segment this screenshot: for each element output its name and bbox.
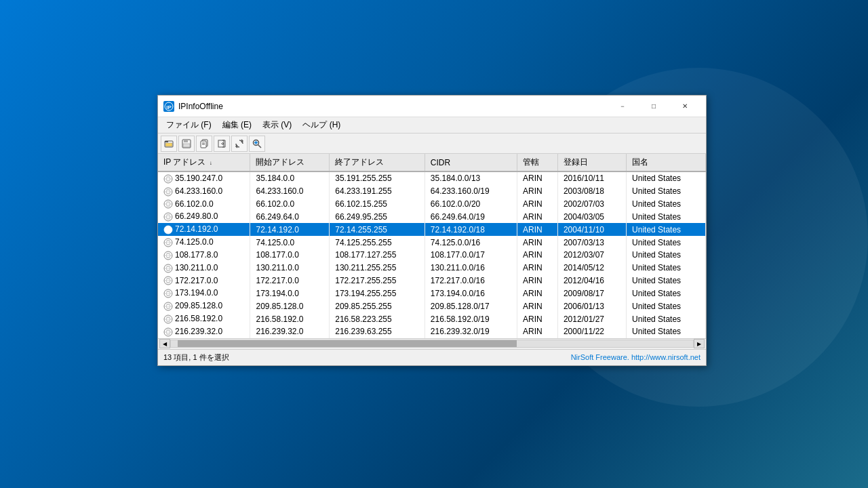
table-row[interactable]: 64.233.160.064.233.160.064.233.191.25564…	[158, 185, 706, 198]
cell-ip: 173.194.0.0	[158, 287, 250, 300]
cell-start: 35.184.0.0	[250, 171, 330, 185]
table-row[interactable]: 35.190.247.035.184.0.035.191.255.25535.1…	[158, 171, 706, 185]
table-row[interactable]: 209.85.128.0209.85.128.0209.85.255.25520…	[158, 300, 706, 312]
scroll-right-button[interactable]: ▶	[694, 339, 705, 348]
toolbar-copy[interactable]	[196, 136, 212, 152]
cell-end: 66.249.95.255	[330, 210, 425, 223]
cell-country: United States	[627, 325, 706, 338]
cell-end: 173.194.255.255	[330, 287, 425, 300]
cell-end: 130.211.255.255	[330, 262, 425, 274]
cell-end: 66.102.15.255	[330, 198, 425, 211]
cell-registered: 2012/01/27	[557, 312, 626, 325]
cell-start: 108.177.0.0	[250, 249, 330, 262]
col-start[interactable]: 開始アドレス	[250, 154, 330, 171]
cell-end: 35.191.255.255	[330, 171, 425, 185]
app-icon: IP	[163, 101, 174, 112]
maximize-button[interactable]: □	[638, 96, 669, 117]
cell-start: 64.233.160.0	[250, 185, 330, 198]
cell-start: 216.239.32.0	[250, 325, 330, 338]
minimize-button[interactable]: －	[607, 96, 638, 117]
table-row[interactable]: 74.125.0.074.125.0.074.125.255.25574.125…	[158, 236, 706, 249]
cell-registered: 2009/08/17	[557, 287, 626, 300]
scrollbar-thumb[interactable]	[178, 340, 517, 347]
table-row[interactable]: 66.249.80.066.249.64.066.249.95.25566.24…	[158, 210, 706, 223]
toolbar-save[interactable]	[178, 136, 195, 152]
cell-start: 130.211.0.0	[250, 262, 330, 274]
window-controls: － □ ✕	[607, 96, 701, 117]
cell-start: 172.217.0.0	[250, 274, 330, 287]
cell-cidr: 172.217.0.0/16	[425, 274, 517, 287]
sort-arrow-ip: ↓	[210, 160, 212, 166]
cell-ip: 172.217.0.0	[158, 274, 250, 287]
table-row[interactable]: 108.177.8.0108.177.0.0108.177.127.255108…	[158, 249, 706, 262]
cell-end: 72.14.255.255	[330, 223, 425, 236]
table-row[interactable]: 173.194.0.0173.194.0.0173.194.255.255173…	[158, 287, 706, 300]
col-cidr[interactable]: CIDR	[425, 154, 517, 171]
cell-ip: 216.239.32.0	[158, 325, 250, 338]
menu-file[interactable]: ファイル (F)	[161, 118, 217, 132]
table-row[interactable]: 216.239.32.0216.239.32.0216.239.63.25521…	[158, 325, 706, 338]
cell-cidr: 173.194.0.0/16	[425, 287, 517, 300]
cell-country: United States	[627, 236, 706, 249]
col-registered[interactable]: 登録日	[557, 154, 626, 171]
cell-country: United States	[627, 185, 706, 198]
col-ip[interactable]: IP アドレス ↓	[158, 154, 250, 171]
horizontal-scrollbar[interactable]: ◀ ▶	[158, 338, 706, 349]
cell-registered: 2012/04/16	[557, 274, 626, 287]
status-bar: 13 項目, 1 件を選択 NirSoft Freeware. http://w…	[158, 349, 706, 365]
toolbar-export[interactable]	[214, 136, 230, 152]
cell-cidr: 66.102.0.0/20	[425, 198, 517, 211]
cell-start: 173.194.0.0	[250, 287, 330, 300]
toolbar-search[interactable]	[249, 136, 265, 152]
col-authority[interactable]: 管轄	[517, 154, 558, 171]
cell-authority: ARIN	[517, 287, 558, 300]
cell-ip: 72.14.192.0	[158, 223, 250, 236]
cell-ip: 130.211.0.0	[158, 262, 250, 274]
cell-registered: 2012/03/07	[557, 249, 626, 262]
cell-cidr: 216.239.32.0/19	[425, 325, 517, 338]
cell-cidr: 35.184.0.0/13	[425, 171, 517, 185]
cell-ip: 108.177.8.0	[158, 249, 250, 262]
scrollbar-track[interactable]	[170, 340, 694, 348]
cell-country: United States	[627, 312, 706, 325]
cell-registered: 2002/07/03	[557, 198, 626, 211]
main-window: IP IPInfoOffline － □ ✕ ファイル (F) 編集 (E) 表…	[157, 95, 707, 366]
cell-registered: 2004/03/05	[557, 210, 626, 223]
cell-country: United States	[627, 274, 706, 287]
toolbar-open[interactable]	[161, 136, 177, 152]
table-row[interactable]: 72.14.192.072.14.192.072.14.255.25572.14…	[158, 223, 706, 236]
col-country[interactable]: 国名	[627, 154, 706, 171]
cell-country: United States	[627, 198, 706, 211]
cell-authority: ARIN	[517, 300, 558, 312]
cell-registered: 2004/11/10	[557, 223, 626, 236]
svg-rect-7	[183, 144, 190, 147]
cell-cidr: 108.177.0.0/17	[425, 249, 517, 262]
cell-start: 74.125.0.0	[250, 236, 330, 249]
cell-end: 209.85.255.255	[330, 300, 425, 312]
close-button[interactable]: ✕	[669, 96, 701, 117]
table-row[interactable]: 130.211.0.0130.211.0.0130.211.255.255130…	[158, 262, 706, 274]
cell-ip: 66.102.0.0	[158, 198, 250, 211]
cell-registered: 2003/08/18	[557, 185, 626, 198]
menu-view[interactable]: 表示 (V)	[257, 118, 297, 132]
status-link[interactable]: NirSoft Freeware. http://www.nirsoft.net	[571, 353, 701, 361]
table-row[interactable]: 66.102.0.066.102.0.066.102.15.25566.102.…	[158, 198, 706, 211]
toolbar-refresh[interactable]	[231, 136, 248, 152]
cell-start: 209.85.128.0	[250, 300, 330, 312]
menu-help[interactable]: ヘルプ (H)	[297, 118, 346, 132]
svg-rect-3	[165, 141, 168, 142]
cell-cidr: 66.249.64.0/19	[425, 210, 517, 223]
cell-authority: ARIN	[517, 198, 558, 211]
cell-country: United States	[627, 223, 706, 236]
col-end[interactable]: 終了アドレス	[330, 154, 425, 171]
table-row[interactable]: 216.58.192.0216.58.192.0216.58.223.25521…	[158, 312, 706, 325]
table-row[interactable]: 172.217.0.0172.217.0.0172.217.255.255172…	[158, 274, 706, 287]
toolbar	[158, 134, 706, 154]
cell-country: United States	[627, 287, 706, 300]
svg-rect-4	[165, 143, 172, 146]
cell-authority: ARIN	[517, 185, 558, 198]
menu-edit[interactable]: 編集 (E)	[217, 118, 257, 132]
cell-authority: ARIN	[517, 223, 558, 236]
cell-start: 216.58.192.0	[250, 312, 330, 325]
scroll-left-button[interactable]: ◀	[159, 339, 170, 348]
